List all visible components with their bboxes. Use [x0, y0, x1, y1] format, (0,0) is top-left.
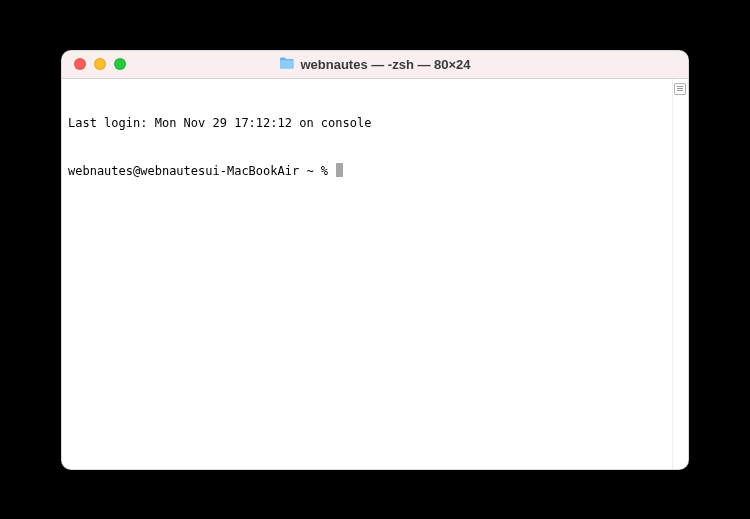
titlebar: webnautes — -zsh — 80×24	[62, 51, 688, 79]
folder-icon	[279, 57, 294, 69]
traffic-lights	[62, 58, 126, 70]
terminal-area[interactable]: Last login: Mon Nov 29 17:12:12 on conso…	[62, 79, 672, 469]
scrollbar-thumb-icon[interactable]	[674, 83, 686, 95]
window-title-wrap: webnautes — -zsh — 80×24	[62, 57, 688, 72]
terminal-content-wrap: Last login: Mon Nov 29 17:12:12 on conso…	[62, 79, 688, 469]
maximize-button[interactable]	[114, 58, 126, 70]
prompt-line: webnautes@webnautesui-MacBookAir ~ %	[68, 163, 666, 179]
minimize-button[interactable]	[94, 58, 106, 70]
window-title: webnautes — -zsh — 80×24	[300, 57, 470, 72]
terminal-window: webnautes — -zsh — 80×24 Last login: Mon…	[61, 50, 689, 470]
cursor-block	[336, 163, 343, 177]
last-login-line: Last login: Mon Nov 29 17:12:12 on conso…	[68, 115, 666, 131]
close-button[interactable]	[74, 58, 86, 70]
scrollbar-track[interactable]	[672, 79, 688, 469]
prompt-text: webnautes@webnautesui-MacBookAir ~ %	[68, 164, 335, 178]
